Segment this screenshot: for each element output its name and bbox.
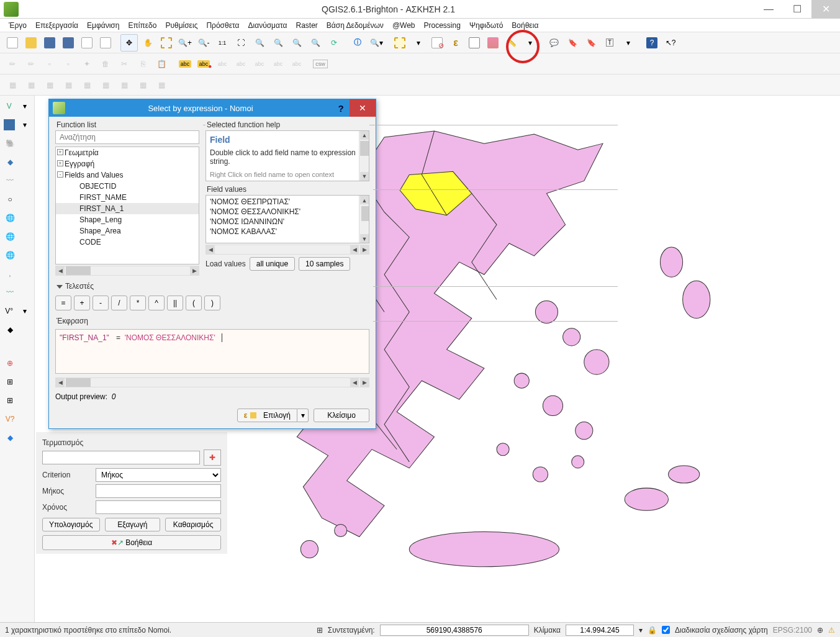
misc-tool9-icon[interactable]: ▦ xyxy=(153,76,170,94)
road-graph-icon[interactable]: ⊞ xyxy=(2,374,17,389)
all-unique-button[interactable]: all unique xyxy=(250,257,295,271)
move-feature-icon[interactable]: ▫ xyxy=(60,55,77,73)
dialog-help-icon[interactable]: ? xyxy=(332,103,350,114)
layout-icon[interactable] xyxy=(78,34,96,52)
zoom-rect-icon[interactable] xyxy=(158,34,175,52)
tree-hscroll[interactable]: ◀▶ xyxy=(55,266,199,276)
coord-input[interactable] xyxy=(380,625,529,636)
edit-toggle-icon[interactable]: ✏ xyxy=(4,55,21,73)
field-value-2[interactable]: 'ΝΟΜΟΣ ΙΩΑΝΝΙΝΩΝ' xyxy=(209,217,366,227)
label-tool4-icon[interactable]: abc xyxy=(251,55,268,73)
refresh-icon[interactable]: ⟳ xyxy=(325,34,343,52)
label-tool6-icon[interactable]: abc xyxy=(288,55,305,73)
paste-icon[interactable]: 📋 xyxy=(153,55,170,73)
crs-label[interactable]: EPSG:2100 xyxy=(773,626,812,635)
op-eq[interactable]: = xyxy=(55,296,71,310)
values-hscroll[interactable]: ◀◀▶ xyxy=(205,245,369,255)
lt-dd1[interactable]: ▾ xyxy=(19,99,32,114)
render-checkbox[interactable] xyxy=(662,626,670,634)
node-tool-icon[interactable]: ✦ xyxy=(78,55,96,73)
tree-fields[interactable]: -Fields and Values xyxy=(56,169,199,181)
field-value-0[interactable]: 'ΝΟΜΟΣ ΘΕΣΠΡΩΤΙΑΣ' xyxy=(209,197,366,207)
tree-field-objectid[interactable]: OBJECTID xyxy=(56,181,199,192)
menu-view[interactable]: Εμφάνιση xyxy=(83,20,123,31)
tips-icon[interactable]: 💬 xyxy=(545,34,562,52)
tree-geometry[interactable]: +Γεωμετρία xyxy=(56,147,199,158)
lt-dd2[interactable]: ▾ xyxy=(19,117,32,132)
scale-input[interactable] xyxy=(566,625,634,636)
values-scrollbar[interactable]: ▲▼ xyxy=(359,196,369,243)
open-icon[interactable] xyxy=(22,34,40,52)
tree-field-firstname[interactable]: FIRST_NAME xyxy=(56,192,199,203)
function-tree[interactable]: +Γεωμετρία +Εγγραφή -Fields and Values O… xyxy=(55,147,199,264)
new-shapefile-icon[interactable]: V° xyxy=(2,304,16,318)
edit-save-icon[interactable]: ✏ xyxy=(22,55,40,73)
scale-dd[interactable]: ▾ xyxy=(639,626,643,635)
zoom-out-icon[interactable]: 🔍- xyxy=(195,34,212,52)
field-calc-icon[interactable] xyxy=(484,34,502,52)
csw-icon[interactable]: csw xyxy=(312,55,329,73)
export-button[interactable]: Εξαγωγή xyxy=(105,518,161,531)
menu-raster2[interactable]: Ψηφιδωτό xyxy=(466,20,507,31)
deselect-icon[interactable]: ⊘ xyxy=(428,34,446,52)
minimize-button[interactable]: — xyxy=(754,0,783,19)
add-mssql-icon[interactable]: 〰 xyxy=(2,173,17,188)
operators-label[interactable]: Τελεστές xyxy=(55,282,369,291)
bookmark-show-icon[interactable]: 🔖 xyxy=(582,34,600,52)
dialog-titlebar[interactable]: Select by expression - Nomoi ? ✕ xyxy=(49,99,376,117)
misc-tool3-icon[interactable]: ▦ xyxy=(41,76,58,94)
ten-samples-button[interactable]: 10 samples xyxy=(299,257,350,271)
menu-help[interactable]: Βοήθεια xyxy=(508,20,542,31)
function-search-input[interactable] xyxy=(55,130,199,144)
misc-tool6-icon[interactable]: ▦ xyxy=(97,76,114,94)
select-button[interactable]: ε Επιλογή xyxy=(237,409,297,422)
network-icon[interactable]: ◆ xyxy=(2,430,17,445)
panel-help-button[interactable]: ✖↗ Βοήθεια xyxy=(42,535,221,550)
termination-pick-button[interactable]: ✚ xyxy=(204,450,221,466)
help-icon[interactable]: ? xyxy=(643,34,661,52)
close-button[interactable]: ✕ xyxy=(811,0,840,19)
menu-web[interactable]: @Web xyxy=(389,20,419,31)
pan-icon[interactable]: ✥ xyxy=(120,34,138,52)
misc-tool1-icon[interactable]: ▦ xyxy=(4,76,21,94)
log-icon[interactable]: ⚠ xyxy=(828,626,835,635)
menu-edit[interactable]: Επεξεργασία xyxy=(32,20,82,31)
toggle-extents-icon[interactable]: ⊞ xyxy=(317,626,323,635)
label-tool1-icon[interactable]: abc● xyxy=(195,55,212,73)
topology-icon[interactable]: ⊞ xyxy=(2,393,17,408)
zoom-selection-icon[interactable]: 🔍 xyxy=(251,34,268,52)
time-input[interactable] xyxy=(96,500,221,514)
zoom-layer-icon[interactable]: 🔍 xyxy=(269,34,287,52)
tree-record[interactable]: +Εγγραφή xyxy=(56,158,199,169)
new-project-icon[interactable] xyxy=(4,34,21,52)
add-raster-icon[interactable] xyxy=(2,117,16,132)
identify-icon[interactable]: ⓘ xyxy=(349,34,366,52)
select-button-combo[interactable]: ε Επιλογή ▾ xyxy=(237,409,309,422)
field-values-list[interactable]: 'ΝΟΜΟΣ ΘΕΣΠΡΩΤΙΑΣ' 'ΝΟΜΟΣ ΘΕΣΣΑΛΟΝΙΚΗΣ' … xyxy=(205,195,369,243)
add-vector-icon[interactable]: V xyxy=(2,99,16,114)
menu-raster[interactable]: Raster xyxy=(292,20,321,31)
menu-settings[interactable]: Ρυθμίσεις xyxy=(161,20,201,31)
add-gpx-icon[interactable]: 〰 xyxy=(2,285,17,300)
label-abc-icon[interactable]: abc xyxy=(176,55,194,73)
scale-lock-icon[interactable]: 🔒 xyxy=(648,626,657,635)
menu-vector[interactable]: Διανύσματα xyxy=(245,20,291,31)
coord-capture-icon[interactable]: ⊕ xyxy=(2,356,17,371)
new-spatialite-icon[interactable]: ◆ xyxy=(2,322,17,337)
calculate-button[interactable]: Υπολογισμός xyxy=(42,518,100,531)
identify-dd-icon[interactable]: 🔍▾ xyxy=(368,34,385,52)
add-spatialite-icon[interactable]: ◆ xyxy=(2,155,17,169)
op-lparen[interactable]: ( xyxy=(186,296,202,310)
add-oracle-icon[interactable]: ○ xyxy=(2,192,17,207)
misc-tool8-icon[interactable]: ▦ xyxy=(134,76,151,94)
tree-field-code[interactable]: CODE xyxy=(56,237,199,248)
add-wms-icon[interactable]: 🌐 xyxy=(2,210,17,225)
cut-icon[interactable]: ✂ xyxy=(115,55,133,73)
zoom-in-icon[interactable]: 🔍+ xyxy=(176,34,194,52)
op-pow[interactable]: ^ xyxy=(148,296,165,310)
select-expression-icon[interactable]: ε xyxy=(447,34,464,52)
save-as-icon[interactable] xyxy=(60,34,77,52)
menu-processing[interactable]: Processing xyxy=(420,20,464,31)
whats-this-icon[interactable]: ↖? xyxy=(662,34,679,52)
add-feature-icon[interactable]: ▫ xyxy=(41,55,58,73)
